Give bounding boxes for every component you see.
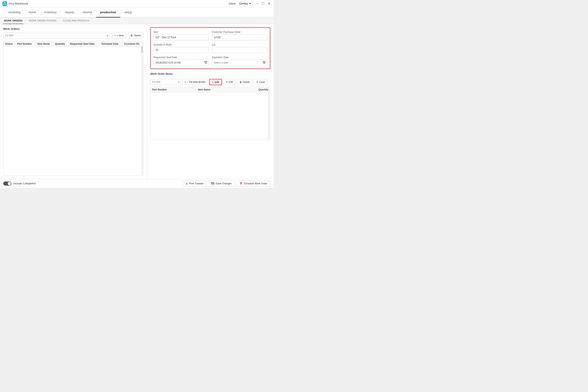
plus-icon: + — [114, 34, 116, 37]
requested-start-input[interactable] — [154, 60, 209, 66]
fill-boms-label: Fill With BOMs — [189, 81, 205, 84]
nav-item-move[interactable]: move — [24, 7, 40, 18]
bottom-actions: 🖨 Print Traveler 💾 Save Changes 📅 Schedu… — [182, 181, 270, 186]
nav-item-returns[interactable]: returns — [78, 7, 96, 18]
nav-item-production[interactable]: production — [96, 7, 120, 18]
print-traveler-button[interactable]: 🖨 Print Traveler — [182, 181, 206, 186]
subnav-work-orders[interactable]: WORK ORDERS — [3, 18, 23, 24]
add-label: Add — [214, 81, 219, 84]
form-row-1: Item Customer Purchase Order — [154, 30, 267, 40]
minimize-button[interactable]: – — [256, 2, 259, 6]
col-schedule-date: Schedule Date — [100, 41, 122, 47]
include-completed-toggle[interactable] — [3, 182, 12, 186]
col-requested-start-date: Requested Start Date — [68, 41, 100, 47]
sub-nav: WORK ORDERS WORK ORDER PICKING CLOSE AND… — [0, 18, 274, 24]
client-label: Client: — [229, 2, 236, 5]
items-header-row: Work Order Items: — [150, 72, 270, 78]
delete-button[interactable]: 🗑 Delete — [128, 32, 144, 38]
col-item-name: Item Name — [36, 41, 53, 47]
filter-clear-button[interactable]: ✕ — [106, 34, 109, 37]
expiration-label: Expiration Date — [212, 56, 267, 59]
item-group: Item — [154, 30, 209, 40]
nav-item-receiving[interactable]: receiving — [4, 7, 24, 18]
item-input[interactable] — [154, 34, 209, 40]
items-delete-button[interactable]: 🗑 Delete — [237, 79, 252, 85]
main-nav: receiving move inventory reports returns… — [0, 7, 274, 18]
lot-label: Lot — [212, 43, 267, 46]
items-filter-wrap: ✕ — [150, 79, 181, 85]
print-traveler-label: Print Traveler — [189, 182, 204, 185]
work-orders-table: Status Part Number Item Name Quantity Re… — [4, 41, 143, 47]
requested-start-calendar-icon[interactable]: 📅 — [204, 61, 208, 64]
edit-label: Edit — [229, 81, 233, 84]
expiration-calendar-icon[interactable]: 📅 — [262, 61, 266, 64]
customer-po-input[interactable] — [212, 34, 267, 40]
save-changes-label: Save Changes — [216, 182, 232, 185]
window-controls: – ☐ ✕ — [256, 2, 271, 6]
toggle-wrap: Include Completed — [3, 182, 36, 186]
form-row-2: Quantity to Build Lot — [154, 43, 267, 53]
work-order-form: Item Customer Purchase Order Quantity to… — [150, 27, 270, 69]
right-panel: Item Customer Purchase Order Quantity to… — [147, 24, 274, 179]
schedule-work-order-label: Schedule Work Order — [244, 182, 267, 185]
col-part-number: Part Number — [16, 41, 36, 47]
qty-build-input[interactable] — [154, 47, 209, 53]
items-col-part-number: Part Number — [150, 87, 196, 92]
new-button[interactable]: + + New — [112, 32, 126, 38]
work-orders-title: Work Orders: — [3, 27, 144, 30]
items-table: Part Number Item Name Quantity — [150, 87, 270, 92]
customer-po-label: Customer Purchase Order — [212, 30, 267, 34]
clear-button[interactable]: ✕ Clear — [254, 79, 268, 85]
expiration-input[interactable] — [212, 60, 267, 66]
printer-icon: 🖨 — [186, 182, 188, 185]
subnav-close-and-produce[interactable]: CLOSE AND PRODUCE — [62, 18, 90, 24]
lot-input[interactable] — [212, 47, 267, 53]
nav-item-reports[interactable]: reports — [61, 7, 78, 18]
expiration-group: Expiration Date 📅 — [212, 56, 267, 66]
filter-row: ✕ + + New 🗑 Delete — [3, 32, 144, 38]
col-quantity: Quantity — [54, 41, 68, 47]
add-icon: + — [212, 81, 214, 84]
clear-label: Clear — [259, 81, 265, 84]
trash-icon: 🗑 — [130, 34, 133, 37]
include-completed-label: Include Completed — [14, 182, 36, 185]
left-panel: Work Orders: ✕ + + New 🗑 Delete Status P… — [0, 24, 147, 179]
save-icon: 💾 — [211, 182, 214, 185]
clear-icon: ✕ — [256, 81, 258, 84]
fill-boms-button[interactable]: ≡→ Fill With BOMs — [182, 79, 208, 85]
edit-icon: ✎ — [226, 81, 228, 84]
col-status: Status — [4, 41, 16, 47]
app-icon — [2, 2, 7, 6]
qty-build-group: Quantity to Build — [154, 43, 209, 53]
items-filter-clear-button[interactable]: ✕ — [178, 81, 180, 84]
scroll-indicator[interactable] — [141, 46, 143, 175]
filter-input[interactable] — [3, 32, 110, 38]
toggle-thumb — [8, 182, 11, 185]
client-select[interactable]: Cerritus — [238, 2, 252, 6]
lot-group: Lot — [212, 43, 267, 53]
title-bar-left: Arca Warehouse — [2, 2, 28, 6]
new-label: + New — [116, 34, 124, 37]
col-customer-pu: Customer Pu — [122, 41, 143, 47]
items-scroll-indicator[interactable] — [268, 93, 270, 139]
items-toolbar: ✕ ≡→ Fill With BOMs + Add ✎ Edit 🗑 Delet… — [150, 79, 270, 85]
requested-start-wrap: 📅 — [154, 60, 209, 66]
edit-button[interactable]: ✎ Edit — [223, 79, 236, 85]
scroll-thumb — [141, 46, 143, 53]
fill-boms-icon: ≡→ — [185, 81, 188, 83]
nav-item-setup[interactable]: setup — [120, 7, 136, 18]
nav-item-inventory[interactable]: inventory — [40, 7, 61, 18]
items-delete-label: Delete — [243, 81, 250, 84]
items-delete-icon: 🗑 — [240, 81, 242, 84]
maximize-button[interactable]: ☐ — [261, 2, 265, 6]
schedule-work-order-button[interactable]: 📅 Schedule Work Order — [236, 181, 270, 186]
items-filter-input[interactable] — [150, 79, 181, 85]
svg-rect-0 — [4, 3, 6, 5]
close-button[interactable]: ✕ — [267, 2, 271, 6]
items-section: Work Order Items: ✕ ≡→ Fill With BOMs + … — [150, 72, 270, 176]
customer-po-group: Customer Purchase Order — [212, 30, 267, 40]
subnav-work-order-picking[interactable]: WORK ORDER PICKING — [28, 18, 57, 24]
add-button[interactable]: + Add — [209, 79, 222, 85]
work-orders-table-wrap: Status Part Number Item Name Quantity Re… — [3, 41, 144, 176]
save-changes-button[interactable]: 💾 Save Changes — [208, 181, 235, 186]
